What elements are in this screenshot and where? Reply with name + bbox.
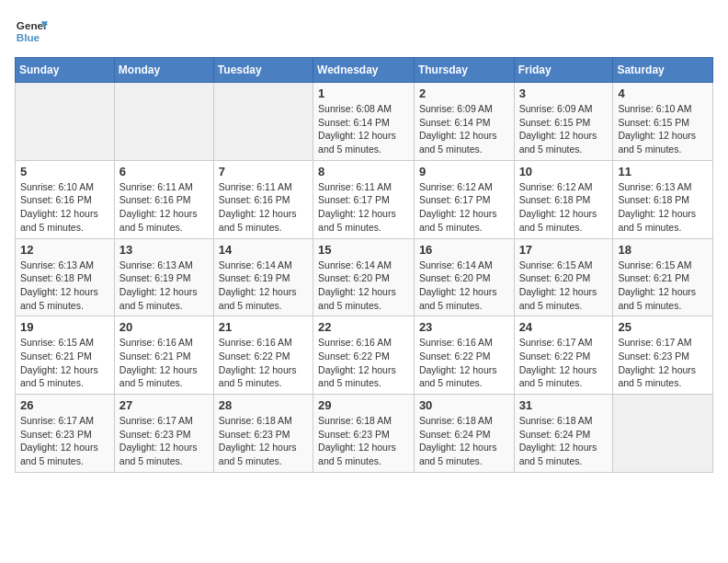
day-number: 24	[519, 320, 609, 334]
calendar-cell: 1Sunrise: 6:08 AM Sunset: 6:14 PM Daylig…	[313, 83, 415, 161]
day-number: 21	[219, 320, 308, 334]
day-info: Sunrise: 6:13 AM Sunset: 6:18 PM Dayligh…	[618, 180, 708, 235]
day-info: Sunrise: 6:16 AM Sunset: 6:22 PM Dayligh…	[219, 336, 308, 390]
day-info: Sunrise: 6:12 AM Sunset: 6:18 PM Dayligh…	[519, 180, 609, 235]
day-number: 10	[519, 165, 609, 178]
day-number: 4	[618, 86, 708, 100]
logo-icon: General Blue	[15, 15, 48, 48]
calendar-cell: 28Sunrise: 6:18 AM Sunset: 6:23 PM Dayli…	[213, 395, 313, 473]
day-number: 6	[119, 165, 209, 178]
calendar-cell: 11Sunrise: 6:13 AM Sunset: 6:18 PM Dayli…	[613, 160, 713, 238]
calendar-cell: 23Sunrise: 6:16 AM Sunset: 6:22 PM Dayli…	[414, 316, 514, 395]
calendar-cell: 14Sunrise: 6:14 AM Sunset: 6:19 PM Dayli…	[213, 238, 313, 316]
calendar-cell: 30Sunrise: 6:18 AM Sunset: 6:24 PM Dayli…	[414, 395, 514, 473]
day-number: 30	[419, 398, 509, 412]
calendar-cell: 22Sunrise: 6:16 AM Sunset: 6:22 PM Dayli…	[313, 316, 415, 395]
calendar-cell: 7Sunrise: 6:11 AM Sunset: 6:16 PM Daylig…	[213, 160, 313, 238]
calendar-cell	[613, 395, 713, 473]
day-number: 26	[20, 398, 109, 412]
day-info: Sunrise: 6:18 AM Sunset: 6:23 PM Dayligh…	[318, 414, 409, 468]
weekday-header: Thursday	[414, 58, 514, 83]
calendar-cell: 12Sunrise: 6:13 AM Sunset: 6:18 PM Dayli…	[16, 238, 115, 316]
svg-text:General: General	[17, 19, 48, 31]
day-info: Sunrise: 6:15 AM Sunset: 6:21 PM Dayligh…	[618, 259, 708, 313]
calendar-table: SundayMondayTuesdayWednesdayThursdayFrid…	[15, 57, 713, 473]
calendar-cell: 29Sunrise: 6:18 AM Sunset: 6:23 PM Dayli…	[313, 395, 415, 473]
day-info: Sunrise: 6:17 AM Sunset: 6:23 PM Dayligh…	[20, 414, 109, 468]
day-number: 8	[318, 165, 409, 178]
calendar-cell: 21Sunrise: 6:16 AM Sunset: 6:22 PM Dayli…	[213, 316, 313, 395]
weekday-header: Saturday	[613, 58, 713, 83]
day-info: Sunrise: 6:12 AM Sunset: 6:17 PM Dayligh…	[419, 180, 509, 235]
day-number: 7	[219, 165, 308, 178]
day-info: Sunrise: 6:18 AM Sunset: 6:23 PM Dayligh…	[219, 414, 308, 468]
calendar-cell: 13Sunrise: 6:13 AM Sunset: 6:19 PM Dayli…	[114, 238, 213, 316]
day-info: Sunrise: 6:16 AM Sunset: 6:22 PM Dayligh…	[419, 336, 509, 390]
day-number: 17	[519, 243, 609, 257]
day-number: 25	[618, 320, 708, 334]
weekday-header: Friday	[514, 58, 613, 83]
day-info: Sunrise: 6:17 AM Sunset: 6:23 PM Dayligh…	[119, 414, 209, 468]
day-info: Sunrise: 6:18 AM Sunset: 6:24 PM Dayligh…	[519, 414, 609, 468]
day-info: Sunrise: 6:09 AM Sunset: 6:15 PM Dayligh…	[519, 102, 609, 156]
day-number: 18	[618, 243, 708, 257]
day-info: Sunrise: 6:15 AM Sunset: 6:20 PM Dayligh…	[519, 259, 609, 313]
day-info: Sunrise: 6:13 AM Sunset: 6:19 PM Dayligh…	[119, 259, 209, 313]
day-info: Sunrise: 6:18 AM Sunset: 6:24 PM Dayligh…	[419, 414, 509, 468]
day-info: Sunrise: 6:10 AM Sunset: 6:16 PM Dayligh…	[20, 180, 109, 235]
day-info: Sunrise: 6:15 AM Sunset: 6:21 PM Dayligh…	[20, 336, 109, 390]
day-number: 29	[318, 398, 409, 412]
day-info: Sunrise: 6:11 AM Sunset: 6:16 PM Dayligh…	[119, 180, 209, 235]
calendar-cell	[16, 83, 115, 161]
day-info: Sunrise: 6:14 AM Sunset: 6:20 PM Dayligh…	[419, 259, 509, 313]
calendar-header: SundayMondayTuesdayWednesdayThursdayFrid…	[16, 58, 713, 83]
day-number: 14	[219, 243, 308, 257]
calendar-cell: 16Sunrise: 6:14 AM Sunset: 6:20 PM Dayli…	[414, 238, 514, 316]
calendar-cell: 8Sunrise: 6:11 AM Sunset: 6:17 PM Daylig…	[313, 160, 415, 238]
day-number: 3	[519, 86, 609, 100]
calendar-cell: 27Sunrise: 6:17 AM Sunset: 6:23 PM Dayli…	[114, 395, 213, 473]
calendar-cell: 26Sunrise: 6:17 AM Sunset: 6:23 PM Dayli…	[16, 395, 115, 473]
calendar-cell: 20Sunrise: 6:16 AM Sunset: 6:21 PM Dayli…	[114, 316, 213, 395]
day-info: Sunrise: 6:16 AM Sunset: 6:22 PM Dayligh…	[318, 336, 409, 390]
calendar-cell: 19Sunrise: 6:15 AM Sunset: 6:21 PM Dayli…	[16, 316, 115, 395]
day-number: 5	[20, 165, 109, 178]
day-info: Sunrise: 6:17 AM Sunset: 6:23 PM Dayligh…	[618, 336, 708, 390]
calendar-cell: 18Sunrise: 6:15 AM Sunset: 6:21 PM Dayli…	[613, 238, 713, 316]
day-number: 11	[618, 165, 708, 178]
day-number: 20	[119, 320, 209, 334]
calendar-cell: 5Sunrise: 6:10 AM Sunset: 6:16 PM Daylig…	[16, 160, 115, 238]
day-info: Sunrise: 6:09 AM Sunset: 6:14 PM Dayligh…	[419, 102, 509, 156]
calendar-cell: 3Sunrise: 6:09 AM Sunset: 6:15 PM Daylig…	[514, 83, 613, 161]
day-info: Sunrise: 6:14 AM Sunset: 6:20 PM Dayligh…	[318, 259, 409, 313]
page-header: General Blue	[15, 15, 713, 48]
calendar-cell: 24Sunrise: 6:17 AM Sunset: 6:22 PM Dayli…	[514, 316, 613, 395]
calendar-cell: 10Sunrise: 6:12 AM Sunset: 6:18 PM Dayli…	[514, 160, 613, 238]
day-info: Sunrise: 6:14 AM Sunset: 6:19 PM Dayligh…	[219, 259, 308, 313]
day-number: 1	[318, 86, 409, 100]
weekday-header: Wednesday	[313, 58, 415, 83]
day-number: 22	[318, 320, 409, 334]
day-number: 15	[318, 243, 409, 257]
calendar-cell: 15Sunrise: 6:14 AM Sunset: 6:20 PM Dayli…	[313, 238, 415, 316]
day-info: Sunrise: 6:16 AM Sunset: 6:21 PM Dayligh…	[119, 336, 209, 390]
calendar-body: 1Sunrise: 6:08 AM Sunset: 6:14 PM Daylig…	[16, 83, 713, 473]
day-number: 23	[419, 320, 509, 334]
day-number: 28	[219, 398, 308, 412]
day-number: 19	[20, 320, 109, 334]
weekday-header: Sunday	[16, 58, 115, 83]
day-number: 31	[519, 398, 609, 412]
calendar-cell: 17Sunrise: 6:15 AM Sunset: 6:20 PM Dayli…	[514, 238, 613, 316]
day-number: 13	[119, 243, 209, 257]
day-number: 9	[419, 165, 509, 178]
day-number: 12	[20, 243, 109, 257]
calendar-cell: 31Sunrise: 6:18 AM Sunset: 6:24 PM Dayli…	[514, 395, 613, 473]
weekday-header: Tuesday	[213, 58, 313, 83]
calendar-week-row: 1Sunrise: 6:08 AM Sunset: 6:14 PM Daylig…	[16, 83, 713, 161]
day-info: Sunrise: 6:13 AM Sunset: 6:18 PM Dayligh…	[20, 259, 109, 313]
calendar-cell: 4Sunrise: 6:10 AM Sunset: 6:15 PM Daylig…	[613, 83, 713, 161]
calendar-cell	[114, 83, 213, 161]
day-info: Sunrise: 6:11 AM Sunset: 6:17 PM Dayligh…	[318, 180, 409, 235]
day-info: Sunrise: 6:17 AM Sunset: 6:22 PM Dayligh…	[519, 336, 609, 390]
calendar-cell: 9Sunrise: 6:12 AM Sunset: 6:17 PM Daylig…	[414, 160, 514, 238]
